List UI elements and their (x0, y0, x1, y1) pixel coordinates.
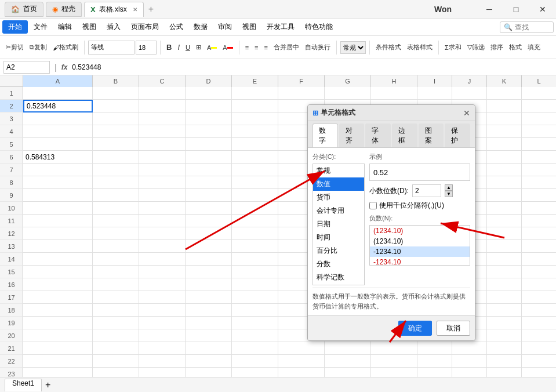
sheet-cell[interactable] (23, 253, 93, 266)
sheet-cell[interactable] (522, 125, 556, 138)
sheet-cell[interactable] (522, 227, 556, 240)
sheet-cell[interactable] (93, 215, 139, 227)
sheet-cell[interactable] (186, 151, 232, 164)
cat-text[interactable]: 文本 (313, 284, 364, 285)
sum-btn[interactable]: Σ 求和 (442, 42, 464, 53)
sheet-cell[interactable] (186, 125, 232, 138)
sheet-cell[interactable] (487, 189, 522, 202)
sheet-cell[interactable] (522, 87, 556, 100)
sheet-cell[interactable] (522, 100, 556, 112)
sheet-cell[interactable] (186, 176, 232, 189)
decimal-spinner[interactable]: ▲ ▼ (445, 184, 453, 197)
maximize-btn[interactable]: □ (503, 0, 529, 19)
cancel-btn[interactable]: 取消 (437, 321, 470, 336)
sheet-cell[interactable] (487, 227, 522, 240)
sheet-cell[interactable] (23, 266, 93, 278)
cat-scientific[interactable]: 科学记数 (313, 271, 364, 284)
row-header[interactable]: 9 (0, 189, 23, 202)
row-header[interactable]: 18 (0, 304, 23, 317)
col-header-g[interactable]: G (325, 75, 371, 87)
bold-btn[interactable]: B (164, 42, 174, 53)
table-style-btn[interactable]: 表格样式 (405, 42, 435, 53)
sheet-cell[interactable] (93, 227, 139, 240)
sheet-cell[interactable] (186, 138, 232, 151)
sheet-cell[interactable] (23, 317, 93, 329)
sheet-cell[interactable]: 0.584313 (23, 151, 93, 164)
col-header-d[interactable]: D (186, 75, 232, 87)
kaishi-btn[interactable]: 开始 (2, 20, 28, 34)
dialog-tab-border[interactable]: 边框 (392, 124, 417, 147)
sheet-cell[interactable] (93, 125, 139, 138)
font-name-input[interactable] (88, 41, 135, 55)
col-header-c[interactable]: C (139, 75, 186, 87)
cell-format-dialog[interactable]: ⊞ 单元格格式 ✕ 数字 对齐 字体 边框 图案 保护 分类(C): 常规 数值… (307, 104, 475, 341)
sheet-cell[interactable] (186, 240, 232, 253)
menu-edit[interactable]: 编辑 (53, 20, 77, 34)
sheet-cell[interactable] (186, 355, 232, 368)
sheet-cell[interactable] (93, 291, 139, 304)
col-header-i[interactable]: I (417, 75, 452, 87)
col-header-e[interactable]: E (232, 75, 278, 87)
sheet-cell[interactable] (23, 291, 93, 304)
sheet-cell[interactable] (522, 164, 556, 176)
format-btn[interactable]: 格式 (507, 42, 524, 53)
tab-shell[interactable]: ◉ 程壳 (46, 2, 82, 17)
sheet-cell[interactable] (232, 215, 278, 227)
sheet-cell[interactable] (522, 138, 556, 151)
row-header[interactable]: 19 (0, 317, 23, 329)
col-header-l[interactable]: L (522, 75, 556, 87)
sheet-cell[interactable] (139, 138, 186, 151)
sheet-cell[interactable] (522, 151, 556, 164)
row-header[interactable]: 17 (0, 291, 23, 304)
sheet-cell[interactable] (522, 342, 556, 355)
sheet-cell[interactable] (325, 355, 371, 368)
sheet-cell[interactable] (278, 87, 325, 100)
sheet-cell[interactable] (23, 227, 93, 240)
sheet-cell[interactable] (93, 138, 139, 151)
sheet-cell[interactable] (232, 87, 278, 100)
row-header[interactable]: 20 (0, 329, 23, 342)
sheet-cell[interactable] (23, 87, 93, 100)
row-header[interactable]: 6 (0, 151, 23, 164)
menu-special[interactable]: 特色功能 (300, 20, 337, 34)
sheet-cell[interactable] (522, 266, 556, 278)
sheet-cell[interactable] (487, 164, 522, 176)
sheet-cell[interactable] (23, 215, 93, 227)
sheet-cell[interactable] (93, 240, 139, 253)
tab-home[interactable]: 🏠 首页 (5, 2, 43, 17)
align-right-btn[interactable]: ≡ (262, 43, 270, 52)
border-btn[interactable]: ⊞ (194, 42, 203, 52)
dialog-tab-number[interactable]: 数字 (312, 124, 338, 147)
sheet-cell[interactable] (232, 151, 278, 164)
sheet-cell[interactable] (93, 176, 139, 189)
sheet-cell[interactable] (232, 100, 278, 112)
menu-view[interactable]: 视图 (78, 20, 101, 34)
cut-btn[interactable]: ✂ 剪切 (3, 42, 26, 53)
sheet-cell[interactable] (522, 329, 556, 342)
search-input[interactable] (515, 23, 550, 31)
sheet-cell[interactable] (186, 317, 232, 329)
spin-up-btn[interactable]: ▲ (445, 184, 453, 191)
auto-wrap-btn[interactable]: 自动换行 (303, 42, 333, 53)
conditional-format-btn[interactable]: 条件格式 (373, 42, 404, 53)
sheet-cell[interactable] (232, 317, 278, 329)
sheet-cell[interactable] (232, 291, 278, 304)
cat-fraction[interactable]: 分数 (313, 257, 364, 271)
sheet-cell[interactable] (417, 87, 452, 100)
cat-currency[interactable]: 货币 (313, 191, 364, 204)
sheet-cell[interactable] (522, 304, 556, 317)
sheet-cell[interactable] (23, 138, 93, 151)
sheet-cell[interactable] (452, 87, 487, 100)
sheet-cell[interactable] (186, 202, 232, 215)
sheet-cell[interactable] (325, 87, 371, 100)
cat-accounting[interactable]: 会计专用 (313, 204, 364, 217)
sheet-cell[interactable] (139, 317, 186, 329)
cat-number[interactable]: 数值 (313, 177, 364, 191)
sheet-cell[interactable] (23, 125, 93, 138)
menu-insert[interactable]: 插入 (102, 20, 125, 34)
fill-btn[interactable]: 填充 (525, 42, 543, 53)
underline-btn[interactable]: U (183, 43, 192, 52)
sheet-cell[interactable] (139, 87, 186, 100)
close-btn[interactable]: ✕ (529, 0, 556, 19)
neg-item-2[interactable]: (1234.10) (370, 236, 470, 246)
